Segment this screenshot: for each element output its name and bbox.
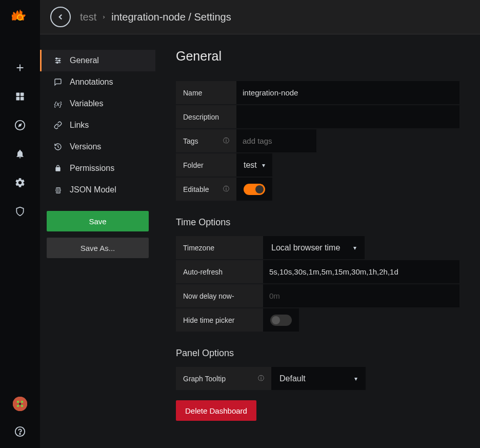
nowdelay-input[interactable] [263,284,459,307]
code-icon: {[]} [53,185,63,194]
name-input[interactable] [236,81,459,104]
delete-dashboard-button[interactable]: Delete Dashboard [176,400,256,421]
tooltip-label: Graph Tooltip ⓘ [176,367,271,390]
bell-icon[interactable] [14,148,26,160]
topbar: test integration-node / Settings [40,0,480,34]
help-icon[interactable] [14,425,26,438]
info-icon[interactable]: ⓘ [223,137,229,145]
info-icon[interactable]: ⓘ [258,374,264,383]
svg-rect-4 [21,97,24,101]
settings-main: General Name Description Tags ⓘ [155,34,480,448]
settings-nav-variables[interactable]: {x} Variables [40,93,155,114]
hidepicker-toggle[interactable] [270,315,292,326]
svg-rect-2 [21,93,24,96]
name-label: Name [176,81,236,104]
sidebar-nav [0,0,40,448]
autorefresh-input[interactable] [263,260,459,283]
folder-select[interactable]: test ▾ [236,153,272,177]
save-button[interactable]: Save [47,211,149,231]
description-input[interactable] [236,105,459,128]
svg-rect-8 [21,401,23,403]
svg-rect-9 [17,405,19,407]
settings-nav: General Annotations {x} Variables Links [40,34,155,448]
shield-icon[interactable] [14,205,26,218]
svg-point-19 [56,62,58,64]
tags-label: Tags ⓘ [176,129,236,152]
chevron-down-icon: ▾ [262,162,265,169]
lock-icon [53,164,63,173]
avatar[interactable] [13,397,27,411]
settings-nav-general[interactable]: General [40,50,155,71]
apps-icon[interactable] [14,90,26,103]
nowdelay-label: Now delay now- [176,284,263,307]
svg-rect-3 [16,97,20,101]
settings-nav-versions[interactable]: Versions [40,136,155,158]
info-icon[interactable]: ⓘ [223,185,229,193]
tags-input[interactable] [236,129,316,152]
compass-icon[interactable] [14,119,26,131]
editable-label: Editable ⓘ [176,178,236,201]
chevron-down-icon: ▾ [354,375,357,382]
gear-icon[interactable] [14,177,26,189]
variable-icon: {x} [53,99,63,108]
breadcrumb: test integration-node / Settings [80,11,231,23]
svg-point-17 [56,58,57,60]
back-button[interactable] [50,7,71,27]
chevron-down-icon: ▾ [353,244,356,251]
breadcrumb-current: integration-node / Settings [111,11,231,23]
history-icon [53,142,63,151]
description-label: Description [176,105,236,128]
time-options-title: Time Options [176,217,459,228]
plus-icon[interactable] [14,62,26,74]
svg-rect-11 [19,403,21,405]
svg-rect-7 [17,401,19,403]
folder-label: Folder [176,153,236,177]
timezone-label: Timezone [176,236,263,259]
comment-icon [53,77,63,87]
settings-nav-json[interactable]: {[]} JSON Model [40,179,155,201]
autorefresh-label: Auto-refresh [176,260,263,283]
svg-rect-1 [16,93,20,96]
hidepicker-label: Hide time picker [176,308,263,332]
breadcrumb-parent[interactable]: test [80,11,96,23]
grafana-logo[interactable] [11,7,29,26]
editable-toggle[interactable] [244,184,265,195]
chevron-right-icon [102,15,106,20]
timezone-select[interactable]: Local browser time ▾ [263,236,365,259]
svg-point-18 [58,60,60,62]
svg-rect-10 [21,405,23,407]
tooltip-select[interactable]: Default ▾ [271,367,366,390]
settings-nav-permissions[interactable]: Permissions [40,158,155,179]
svg-point-13 [19,434,21,435]
page-title: General [176,49,459,64]
panel-options-title: Panel Options [176,348,459,359]
settings-nav-links[interactable]: Links [40,114,155,136]
link-icon [53,121,63,130]
sliders-icon [53,56,63,65]
save-as-button[interactable]: Save As... [47,238,149,258]
settings-nav-annotations[interactable]: Annotations [40,71,155,93]
